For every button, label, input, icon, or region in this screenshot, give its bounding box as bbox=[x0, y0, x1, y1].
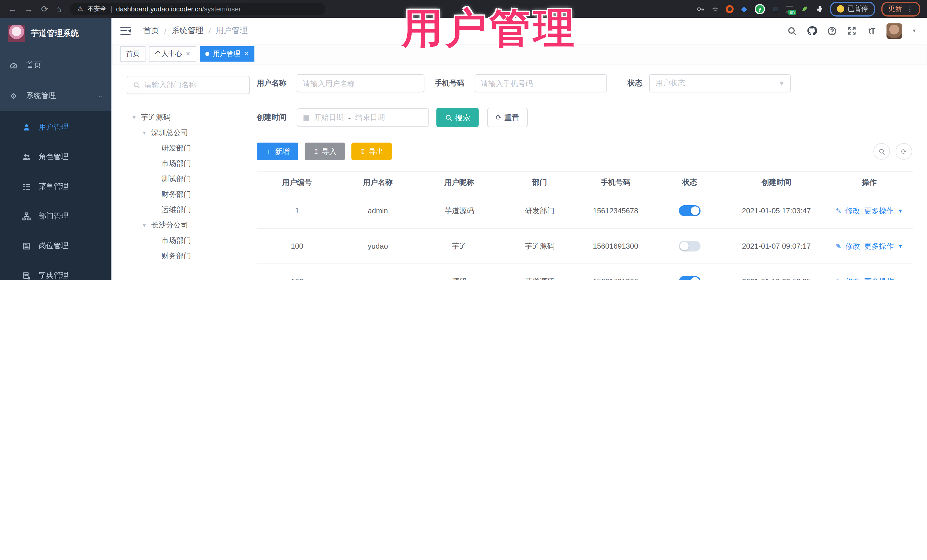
tree-node-dept[interactable]: 研发部门 bbox=[127, 140, 250, 156]
tree-node-label: 研发部门 bbox=[161, 143, 191, 153]
browser-update-button[interactable]: 更新 ⋮ bbox=[881, 2, 920, 16]
import-button[interactable]: ↥ 导入 bbox=[305, 143, 345, 160]
extension-on-switch-icon[interactable]: on bbox=[786, 5, 794, 12]
created-label: 创建时间 bbox=[257, 112, 296, 123]
breadcrumb-system[interactable]: 系统管理 bbox=[172, 26, 204, 36]
tree-node-dept[interactable]: 运维部门 bbox=[127, 202, 250, 217]
tab-close-icon[interactable]: ✕ bbox=[243, 50, 249, 58]
more-actions-link[interactable]: 更多操作 bbox=[864, 241, 894, 251]
cell-username: admin bbox=[337, 206, 418, 215]
sidebar-item-role-management[interactable]: 角色管理 bbox=[0, 142, 112, 171]
tree-node-dept[interactable]: 市场部门 bbox=[127, 156, 250, 171]
tree-node-root[interactable]: ▼ 芋道源码 bbox=[127, 109, 250, 125]
tree-caret-icon[interactable]: ▼ bbox=[141, 222, 147, 228]
page-watermark-title: 用户管理 bbox=[401, 1, 577, 56]
tree-node-company[interactable]: ▼ 深圳总公司 bbox=[127, 125, 250, 140]
status-select[interactable]: 用户状态 ▼ bbox=[649, 74, 791, 93]
tree-node-company[interactable]: ▼ 长沙分公司 bbox=[127, 217, 250, 233]
status-toggle[interactable] bbox=[679, 276, 701, 280]
reset-button[interactable]: ⟳ 重置 bbox=[487, 108, 528, 127]
breadcrumb-home[interactable]: 首页 bbox=[143, 26, 159, 36]
more-actions-link[interactable]: 更多操作 bbox=[864, 276, 894, 280]
status-toggle[interactable] bbox=[679, 205, 701, 216]
users-icon bbox=[22, 152, 31, 161]
github-icon[interactable] bbox=[807, 26, 817, 36]
refresh-table-button[interactable]: ⟳ bbox=[896, 143, 912, 160]
tab-user-management[interactable]: 用户管理 ✕ bbox=[200, 46, 254, 62]
bookmark-star-icon[interactable]: ☆ bbox=[711, 5, 719, 13]
sidebar-collapse-icon[interactable] bbox=[120, 27, 131, 35]
sidebar-item-user-management[interactable]: 用户管理 bbox=[0, 112, 112, 142]
edit-pencil-icon: ✎ bbox=[836, 278, 842, 280]
tree-node-dept[interactable]: 测试部门 bbox=[127, 171, 250, 187]
export-button[interactable]: ↧ 导出 bbox=[351, 143, 392, 160]
extensions-puzzle-icon[interactable] bbox=[815, 5, 824, 13]
extension-green-y-icon[interactable]: y bbox=[755, 4, 765, 14]
department-search-box[interactable]: 请输入部门名称 bbox=[127, 76, 250, 94]
username-label: 用户名称 bbox=[257, 78, 296, 88]
reset-button-label: 重置 bbox=[504, 114, 519, 121]
search-button-label: 搜索 bbox=[455, 114, 470, 121]
tab-home[interactable]: 首页 bbox=[120, 46, 146, 62]
date-range-separator: - bbox=[348, 113, 351, 122]
tab-profile[interactable]: 个人中心 ✕ bbox=[149, 46, 196, 62]
tree-caret-icon[interactable]: ▼ bbox=[131, 114, 137, 120]
table-row: 103 yuanma 源码 芋道源码 15601701300 2021-01-1… bbox=[257, 264, 913, 280]
browser-menu-icon[interactable]: ⋮ bbox=[906, 5, 913, 13]
update-label: 更新 bbox=[888, 4, 902, 14]
sidebar-item-department-management[interactable]: 部门管理 bbox=[0, 201, 112, 231]
extension-grid-icon[interactable]: ▦ bbox=[771, 5, 780, 13]
tree-node-dept[interactable]: 财务部门 bbox=[127, 248, 250, 264]
help-question-icon[interactable] bbox=[827, 26, 837, 36]
tree-node-dept[interactable]: 财务部门 bbox=[127, 187, 250, 202]
edit-link[interactable]: 修改 bbox=[845, 276, 860, 280]
edit-link[interactable]: 修改 bbox=[845, 206, 860, 216]
system-management-submenu: 用户管理 角色管理 菜单管理 部门管理 bbox=[0, 111, 112, 280]
search-button[interactable]: 搜索 bbox=[436, 108, 479, 127]
user-avatar[interactable] bbox=[886, 23, 902, 38]
status-toggle[interactable] bbox=[679, 241, 701, 252]
column-header: 用户昵称 bbox=[418, 177, 500, 187]
extension-drop-icon[interactable]: ◆ bbox=[740, 5, 748, 13]
date-range-picker[interactable]: ▦ 开始日期 - 结束日期 bbox=[296, 108, 429, 127]
mobile-input[interactable] bbox=[475, 74, 607, 93]
browser-reload-icon[interactable]: ⟳ bbox=[41, 5, 48, 13]
dictionary-book-icon bbox=[22, 271, 31, 280]
sidebar-item-post-management[interactable]: 岗位管理 bbox=[0, 231, 112, 261]
app-logo[interactable]: 芋道管理系统 bbox=[0, 18, 112, 50]
extension-leaf-icon[interactable] bbox=[800, 5, 809, 13]
sidebar-item-home[interactable]: 首页 bbox=[0, 50, 112, 80]
cell-username: yudao bbox=[337, 242, 418, 250]
add-button[interactable]: ＋ 新增 bbox=[257, 143, 298, 160]
address-bar[interactable]: ⚠ 不安全 dashboard.yudao.iocoder.cn/system/… bbox=[69, 3, 325, 15]
tree-node-label: 运维部门 bbox=[161, 205, 191, 215]
username-input[interactable] bbox=[296, 74, 424, 93]
profile-paused-badge[interactable]: 已暂停 bbox=[830, 2, 875, 16]
key-icon[interactable] bbox=[696, 5, 705, 13]
tree-caret-icon[interactable]: ▼ bbox=[141, 130, 147, 135]
chevron-down-icon: ▼ bbox=[898, 243, 903, 249]
fullscreen-icon[interactable] bbox=[846, 26, 857, 36]
tab-close-icon[interactable]: ✕ bbox=[185, 50, 190, 58]
edit-link[interactable]: 修改 bbox=[845, 241, 860, 251]
org-tree-icon bbox=[22, 212, 31, 221]
sidebar-item-label: 岗位管理 bbox=[39, 241, 68, 251]
active-tab-dot bbox=[205, 52, 209, 56]
font-size-icon[interactable]: tT bbox=[866, 26, 877, 36]
id-badge-icon bbox=[22, 241, 31, 250]
tree-node-dept[interactable]: 市场部门 bbox=[127, 233, 250, 248]
browser-back-icon[interactable]: ← bbox=[8, 5, 17, 13]
show-search-toggle-button[interactable] bbox=[873, 143, 890, 160]
sidebar-item-dict-management[interactable]: 字典管理 bbox=[0, 261, 112, 280]
user-menu-caret-icon[interactable]: ▼ bbox=[912, 28, 917, 33]
table-toolbar: ＋ 新增 ↥ 导入 ↧ 导出 ⟳ bbox=[257, 143, 913, 160]
extension-ubuntu-icon[interactable] bbox=[726, 5, 734, 13]
browser-forward-icon[interactable]: → bbox=[24, 5, 33, 13]
cell-nickname: 芋道源码 bbox=[418, 206, 500, 216]
sidebar-item-menu-management[interactable]: 菜单管理 bbox=[0, 171, 112, 201]
sidebar-item-system-management[interactable]: ⚙ 系统管理 ︿ bbox=[0, 80, 112, 111]
more-actions-link[interactable]: 更多操作 bbox=[864, 206, 894, 216]
sidebar-item-label: 角色管理 bbox=[39, 152, 68, 162]
header-search-icon[interactable] bbox=[787, 26, 797, 36]
browser-home-icon[interactable]: ⌂ bbox=[56, 5, 61, 13]
